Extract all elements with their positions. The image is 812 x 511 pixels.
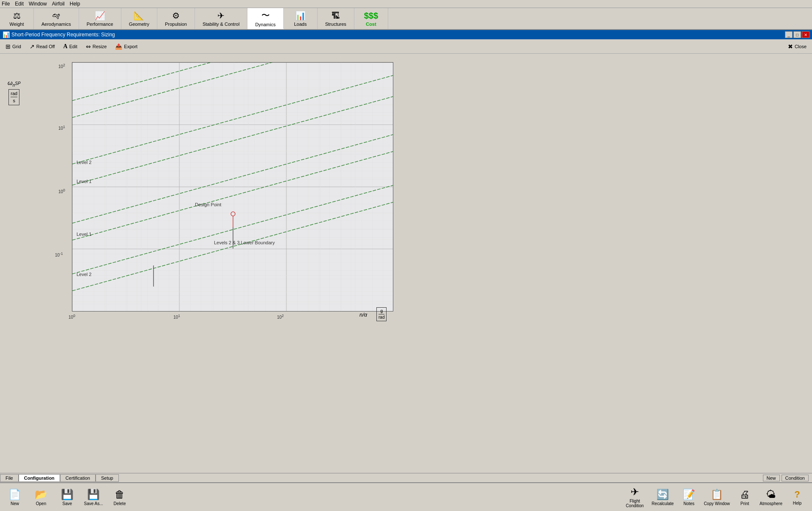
- save-as-label: Save As...: [84, 501, 103, 506]
- tab-setup[interactable]: Setup: [96, 474, 119, 482]
- save-icon: 💾: [61, 489, 74, 500]
- export-label: Export: [124, 44, 137, 49]
- read-off-button[interactable]: ↗ Read Off: [26, 41, 59, 52]
- nav-prop-label: Propulsion: [165, 22, 187, 27]
- copy-win-label: Copy Window: [704, 501, 730, 506]
- main-area: ωnSP rad s 102 101 100 10-1: [0, 54, 812, 480]
- bottom-toolbar: 📄 New 📂 Open 💾 Save 💾 Save As... 🗑 Delet…: [0, 482, 812, 511]
- y-tick-10n1: 10-1: [55, 251, 63, 257]
- menu-file[interactable]: File: [2, 1, 10, 7]
- perf-icon: 📈: [95, 11, 105, 21]
- menu-edit[interactable]: Edit: [15, 1, 24, 7]
- x-tick-102: 102: [277, 314, 284, 320]
- help-button[interactable]: ? Help: [784, 484, 810, 510]
- nav-loads[interactable]: 📊 Loads: [284, 8, 318, 29]
- struct-icon: 🏗: [332, 11, 340, 21]
- nav-aerodynamics[interactable]: 🛩 Aerodynamics: [34, 8, 79, 29]
- save-as-button[interactable]: 💾 Save As...: [80, 484, 107, 510]
- cost-icon: $$$: [364, 11, 378, 21]
- atmosphere-label: Atmosphere: [760, 501, 782, 506]
- flight-cond-label: Flight Condition: [620, 499, 649, 508]
- y-tick-102: 102: [58, 63, 65, 69]
- status-new: New: [763, 475, 780, 481]
- x-axis-label: n/α: [359, 312, 367, 318]
- edit-button[interactable]: A Edit: [60, 41, 81, 52]
- print-button[interactable]: 🖨 Print: [732, 484, 758, 510]
- recalc-label: Recalculate: [652, 501, 674, 506]
- notes-button[interactable]: 📝 Notes: [676, 484, 702, 510]
- new-button[interactable]: 📄 New: [2, 484, 28, 510]
- nav-dynamics[interactable]: 〜 Dynamics: [247, 8, 283, 29]
- nav-cost[interactable]: $$$ Cost: [354, 8, 388, 29]
- open-button[interactable]: 📂 Open: [28, 484, 54, 510]
- read-off-icon: ↗: [30, 43, 35, 50]
- top-nav: ⚖ Weight 🛩 Aerodynamics 📈 Performance 📐 …: [0, 8, 812, 30]
- read-off-label: Read Off: [36, 44, 55, 49]
- copy-window-button[interactable]: 📋 Copy Window: [702, 484, 732, 510]
- nav-propulsion[interactable]: ⚙ Propulsion: [157, 8, 195, 29]
- window-title-bar: 📊 Short-Period Frequency Requirements: S…: [0, 30, 812, 39]
- tab-configuration[interactable]: Configuration: [19, 474, 60, 482]
- save-as-icon: 💾: [87, 489, 100, 500]
- open-label: Open: [36, 501, 46, 506]
- nav-stability[interactable]: ✈ Stability & Control: [195, 8, 247, 29]
- tab-certification[interactable]: Certification: [60, 474, 96, 482]
- close-toolbar-label: Close: [795, 44, 807, 49]
- window-title-text: Short-Period Frequency Requirements: Siz…: [11, 32, 115, 38]
- nav-weight[interactable]: ⚖ Weight: [0, 8, 34, 29]
- dyn-icon: 〜: [261, 10, 270, 21]
- export-icon: 📤: [115, 43, 122, 50]
- new-label: New: [11, 501, 19, 506]
- status-condition: Condition: [782, 475, 809, 481]
- notes-icon: 📝: [683, 489, 695, 500]
- flight-condition-button[interactable]: ✈ Flight Condition: [620, 484, 650, 510]
- geom-icon: 📐: [134, 11, 144, 21]
- grid-button[interactable]: ⊞ Grid: [2, 41, 25, 52]
- y-axis-unit: rad s: [8, 89, 19, 105]
- y-axis-label-area: ωnSP rad s: [8, 79, 21, 105]
- y-tick-100: 100: [58, 188, 65, 194]
- help-label: Help: [793, 501, 802, 506]
- nav-weight-label: Weight: [9, 22, 24, 27]
- x-axis-unit: g rad: [376, 307, 387, 321]
- weight-icon: ⚖: [13, 11, 21, 21]
- resize-button[interactable]: ⇔ Resize: [82, 41, 111, 52]
- svg-text:Level 1: Level 1: [77, 179, 91, 184]
- nav-structures[interactable]: 🏗 Structures: [318, 8, 354, 29]
- svg-text:Levels 2 & 3 Lower Boundary: Levels 2 & 3 Lower Boundary: [214, 240, 275, 245]
- svg-text:Level 1: Level 1: [77, 232, 91, 237]
- y-tick-101: 101: [58, 125, 65, 131]
- menu-window[interactable]: Window: [29, 1, 47, 7]
- tab-file[interactable]: File: [0, 474, 19, 482]
- save-label: Save: [63, 501, 72, 506]
- atmosphere-button[interactable]: 🌤 Atmosphere: [758, 484, 784, 510]
- export-button[interactable]: 📤 Export: [111, 41, 141, 52]
- nav-performance[interactable]: 📈 Performance: [79, 8, 121, 29]
- svg-text:Level 2: Level 2: [77, 160, 91, 165]
- nav-cost-label: Cost: [366, 22, 376, 27]
- close-toolbar-button[interactable]: ✖ Close: [784, 41, 810, 52]
- menu-airfoil[interactable]: Airfoil: [52, 1, 65, 7]
- prop-icon: ⚙: [172, 11, 180, 21]
- minimize-button[interactable]: _: [785, 31, 793, 38]
- sub-toolbar: ⊞ Grid ↗ Read Off A Edit ⇔ Resize 📤 Expo…: [0, 39, 812, 54]
- print-label: Print: [741, 501, 749, 506]
- notes-label: Notes: [683, 501, 694, 506]
- maximize-button[interactable]: □: [793, 31, 801, 38]
- grid-icon: ⊞: [5, 43, 11, 50]
- delete-button[interactable]: 🗑 Delete: [107, 484, 133, 510]
- menu-help[interactable]: Help: [70, 1, 80, 7]
- x-tick-100: 100: [69, 314, 75, 320]
- y-axis-symbol: ωnSP: [8, 79, 21, 87]
- new-icon: 📄: [8, 489, 21, 500]
- x-tick-101: 101: [173, 314, 180, 320]
- svg-rect-0: [72, 63, 393, 312]
- close-button[interactable]: ✕: [802, 31, 809, 38]
- recalculate-button[interactable]: 🔄 Recalculate: [650, 484, 676, 510]
- save-button[interactable]: 💾 Save: [54, 484, 80, 510]
- nav-geometry[interactable]: 📐 Geometry: [121, 8, 157, 29]
- edit-label: Edit: [69, 44, 77, 49]
- chart-wrapper: 102 101 100 10-1: [72, 62, 804, 472]
- nav-stab-label: Stability & Control: [203, 22, 239, 27]
- status-bar: File Configuration Certification Setup N…: [0, 473, 812, 482]
